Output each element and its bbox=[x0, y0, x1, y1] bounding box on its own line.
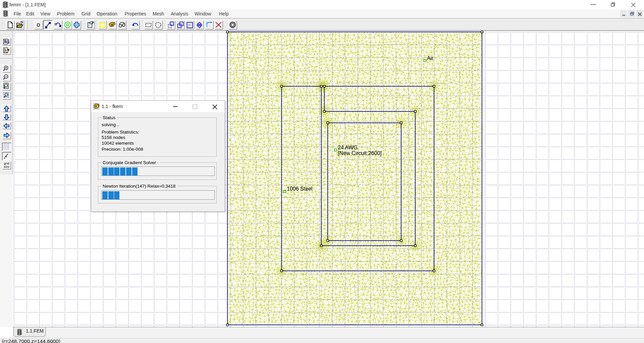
svg-text:size: size bbox=[4, 165, 9, 168]
